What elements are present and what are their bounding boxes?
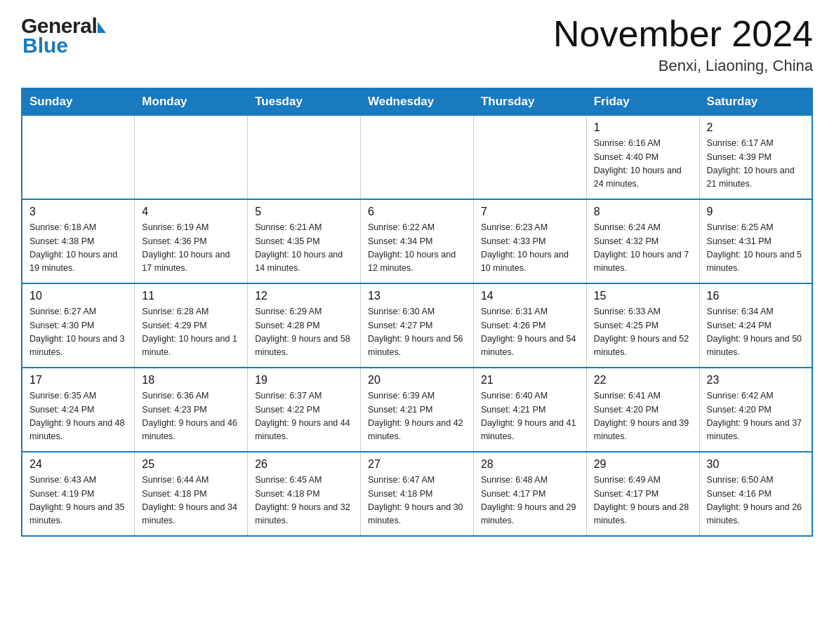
day-number: 7: [481, 206, 579, 218]
day-info: Sunrise: 6:29 AM Sunset: 4:28 PM Dayligh…: [255, 305, 353, 360]
calendar-cell: 28Sunrise: 6:48 AM Sunset: 4:17 PM Dayli…: [473, 452, 586, 536]
calendar-cell: [22, 115, 135, 199]
day-info: Sunrise: 6:40 AM Sunset: 4:21 PM Dayligh…: [481, 389, 579, 444]
day-number: 20: [368, 374, 466, 387]
weekday-header-saturday: Saturday: [699, 88, 812, 115]
calendar-cell: 7Sunrise: 6:23 AM Sunset: 4:33 PM Daylig…: [473, 199, 586, 283]
calendar-cell: 1Sunrise: 6:16 AM Sunset: 4:40 PM Daylig…: [586, 115, 699, 199]
day-number: 29: [594, 458, 692, 471]
day-info: Sunrise: 6:41 AM Sunset: 4:20 PM Dayligh…: [594, 389, 692, 444]
logo-blue-text: Blue: [22, 34, 68, 58]
day-number: 5: [255, 206, 353, 218]
day-number: 16: [707, 290, 805, 302]
day-info: Sunrise: 6:30 AM Sunset: 4:27 PM Dayligh…: [368, 305, 466, 360]
calendar-week-row: 1Sunrise: 6:16 AM Sunset: 4:40 PM Daylig…: [22, 115, 812, 199]
day-number: 11: [142, 290, 240, 302]
calendar-cell: 20Sunrise: 6:39 AM Sunset: 4:21 PM Dayli…: [361, 368, 474, 452]
calendar-week-row: 10Sunrise: 6:27 AM Sunset: 4:30 PM Dayli…: [22, 283, 812, 368]
day-info: Sunrise: 6:27 AM Sunset: 4:30 PM Dayligh…: [29, 305, 127, 360]
weekday-header-sunday: Sunday: [22, 88, 135, 115]
day-info: Sunrise: 6:17 AM Sunset: 4:39 PM Dayligh…: [707, 137, 805, 192]
calendar-cell: 13Sunrise: 6:30 AM Sunset: 4:27 PM Dayli…: [361, 283, 474, 368]
calendar-cell: 23Sunrise: 6:42 AM Sunset: 4:20 PM Dayli…: [699, 368, 812, 452]
day-info: Sunrise: 6:48 AM Sunset: 4:17 PM Dayligh…: [481, 474, 579, 528]
day-info: Sunrise: 6:24 AM Sunset: 4:32 PM Dayligh…: [594, 221, 692, 276]
calendar-cell: 27Sunrise: 6:47 AM Sunset: 4:18 PM Dayli…: [361, 452, 474, 536]
day-number: 23: [707, 374, 805, 387]
day-number: 28: [481, 458, 579, 471]
day-number: 15: [594, 290, 692, 302]
day-number: 22: [594, 374, 692, 387]
day-info: Sunrise: 6:23 AM Sunset: 4:33 PM Dayligh…: [481, 221, 579, 276]
calendar-cell: 10Sunrise: 6:27 AM Sunset: 4:30 PM Dayli…: [22, 283, 135, 368]
weekday-header-friday: Friday: [586, 88, 699, 115]
weekday-header-tuesday: Tuesday: [248, 88, 361, 115]
calendar-cell: [135, 115, 248, 199]
calendar-cell: [361, 115, 474, 199]
calendar-cell: 11Sunrise: 6:28 AM Sunset: 4:29 PM Dayli…: [135, 283, 248, 368]
day-info: Sunrise: 6:47 AM Sunset: 4:18 PM Dayligh…: [368, 474, 466, 528]
calendar-cell: 26Sunrise: 6:45 AM Sunset: 4:18 PM Dayli…: [248, 452, 361, 536]
day-number: 24: [29, 458, 127, 471]
calendar-cell: 5Sunrise: 6:21 AM Sunset: 4:35 PM Daylig…: [248, 199, 361, 283]
title-area: November 2024 Benxi, Liaoning, China: [553, 14, 813, 75]
day-info: Sunrise: 6:19 AM Sunset: 4:36 PM Dayligh…: [142, 221, 240, 276]
calendar-cell: 2Sunrise: 6:17 AM Sunset: 4:39 PM Daylig…: [699, 115, 812, 199]
day-number: 3: [29, 206, 127, 218]
day-info: Sunrise: 6:18 AM Sunset: 4:38 PM Dayligh…: [29, 221, 127, 276]
calendar-cell: 25Sunrise: 6:44 AM Sunset: 4:18 PM Dayli…: [135, 452, 248, 536]
page-header: General Blue November 2024 Benxi, Liaoni…: [21, 14, 813, 75]
calendar-cell: 29Sunrise: 6:49 AM Sunset: 4:17 PM Dayli…: [586, 452, 699, 536]
calendar-cell: 9Sunrise: 6:25 AM Sunset: 4:31 PM Daylig…: [699, 199, 812, 283]
location-title: Benxi, Liaoning, China: [553, 57, 813, 75]
calendar-table: SundayMondayTuesdayWednesdayThursdayFrid…: [21, 88, 813, 537]
calendar-cell: 14Sunrise: 6:31 AM Sunset: 4:26 PM Dayli…: [473, 283, 586, 368]
calendar-week-row: 3Sunrise: 6:18 AM Sunset: 4:38 PM Daylig…: [22, 199, 812, 283]
day-number: 18: [142, 374, 240, 387]
calendar-cell: 22Sunrise: 6:41 AM Sunset: 4:20 PM Dayli…: [586, 368, 699, 452]
calendar-cell: [248, 115, 361, 199]
day-number: 17: [29, 374, 127, 387]
weekday-header-monday: Monday: [135, 88, 248, 115]
calendar-cell: 6Sunrise: 6:22 AM Sunset: 4:34 PM Daylig…: [361, 199, 474, 283]
calendar-cell: 8Sunrise: 6:24 AM Sunset: 4:32 PM Daylig…: [586, 199, 699, 283]
day-info: Sunrise: 6:44 AM Sunset: 4:18 PM Dayligh…: [142, 474, 240, 528]
day-number: 25: [142, 458, 240, 471]
day-info: Sunrise: 6:36 AM Sunset: 4:23 PM Dayligh…: [142, 389, 240, 444]
calendar-cell: 17Sunrise: 6:35 AM Sunset: 4:24 PM Dayli…: [22, 368, 135, 452]
day-number: 6: [368, 206, 466, 218]
weekday-header-row: SundayMondayTuesdayWednesdayThursdayFrid…: [22, 88, 812, 115]
day-info: Sunrise: 6:21 AM Sunset: 4:35 PM Dayligh…: [255, 221, 353, 276]
day-info: Sunrise: 6:39 AM Sunset: 4:21 PM Dayligh…: [368, 389, 466, 444]
day-number: 2: [707, 121, 805, 134]
day-info: Sunrise: 6:43 AM Sunset: 4:19 PM Dayligh…: [29, 474, 127, 528]
calendar-cell: 4Sunrise: 6:19 AM Sunset: 4:36 PM Daylig…: [135, 199, 248, 283]
day-number: 26: [255, 458, 353, 471]
calendar-cell: 12Sunrise: 6:29 AM Sunset: 4:28 PM Dayli…: [248, 283, 361, 368]
day-number: 10: [29, 290, 127, 302]
month-title: November 2024: [553, 14, 813, 54]
logo-triangle-icon: [98, 22, 106, 33]
day-info: Sunrise: 6:33 AM Sunset: 4:25 PM Dayligh…: [594, 305, 692, 360]
calendar-cell: 16Sunrise: 6:34 AM Sunset: 4:24 PM Dayli…: [699, 283, 812, 368]
calendar-cell: 30Sunrise: 6:50 AM Sunset: 4:16 PM Dayli…: [699, 452, 812, 536]
day-info: Sunrise: 6:49 AM Sunset: 4:17 PM Dayligh…: [594, 474, 692, 528]
day-info: Sunrise: 6:25 AM Sunset: 4:31 PM Dayligh…: [707, 221, 805, 276]
day-info: Sunrise: 6:28 AM Sunset: 4:29 PM Dayligh…: [142, 305, 240, 360]
day-info: Sunrise: 6:22 AM Sunset: 4:34 PM Dayligh…: [368, 221, 466, 276]
weekday-header-thursday: Thursday: [473, 88, 586, 115]
day-info: Sunrise: 6:34 AM Sunset: 4:24 PM Dayligh…: [707, 305, 805, 360]
day-info: Sunrise: 6:42 AM Sunset: 4:20 PM Dayligh…: [707, 389, 805, 444]
calendar-cell: 3Sunrise: 6:18 AM Sunset: 4:38 PM Daylig…: [22, 199, 135, 283]
day-number: 27: [368, 458, 466, 471]
logo: General Blue: [21, 14, 106, 58]
day-number: 4: [142, 206, 240, 218]
day-number: 19: [255, 374, 353, 387]
day-number: 30: [707, 458, 805, 471]
day-info: Sunrise: 6:37 AM Sunset: 4:22 PM Dayligh…: [255, 389, 353, 444]
day-info: Sunrise: 6:45 AM Sunset: 4:18 PM Dayligh…: [255, 474, 353, 528]
calendar-cell: 24Sunrise: 6:43 AM Sunset: 4:19 PM Dayli…: [22, 452, 135, 536]
day-number: 12: [255, 290, 353, 302]
day-number: 9: [707, 206, 805, 218]
calendar-week-row: 17Sunrise: 6:35 AM Sunset: 4:24 PM Dayli…: [22, 368, 812, 452]
